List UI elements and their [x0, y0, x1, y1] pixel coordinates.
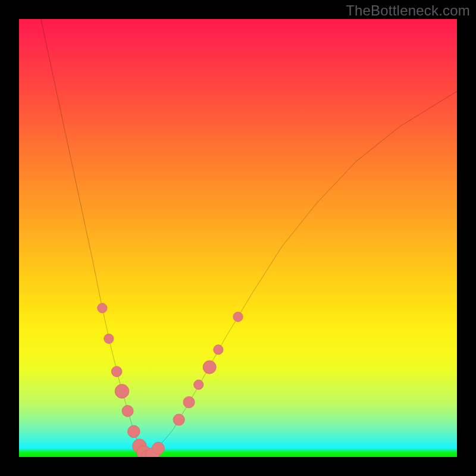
chart-svg-layer — [19, 19, 457, 457]
curve-marker — [214, 345, 223, 355]
curve-marker — [128, 425, 140, 438]
curve-marker — [98, 303, 107, 313]
curve-marker — [104, 334, 114, 343]
chart-frame: TheBottleneck.com — [0, 0, 476, 476]
curve-marker — [111, 367, 122, 377]
curve-marker — [173, 414, 184, 425]
bottleneck-curve — [41, 19, 457, 457]
curve-marker — [115, 384, 129, 399]
watermark-text: TheBottleneck.com — [346, 2, 470, 19]
curve-marker — [233, 312, 243, 321]
curve-marker — [122, 405, 133, 416]
curve-marker — [203, 361, 216, 374]
curve-marker — [183, 396, 195, 408]
curve-marker — [152, 442, 165, 455]
curve-marker — [194, 380, 203, 389]
